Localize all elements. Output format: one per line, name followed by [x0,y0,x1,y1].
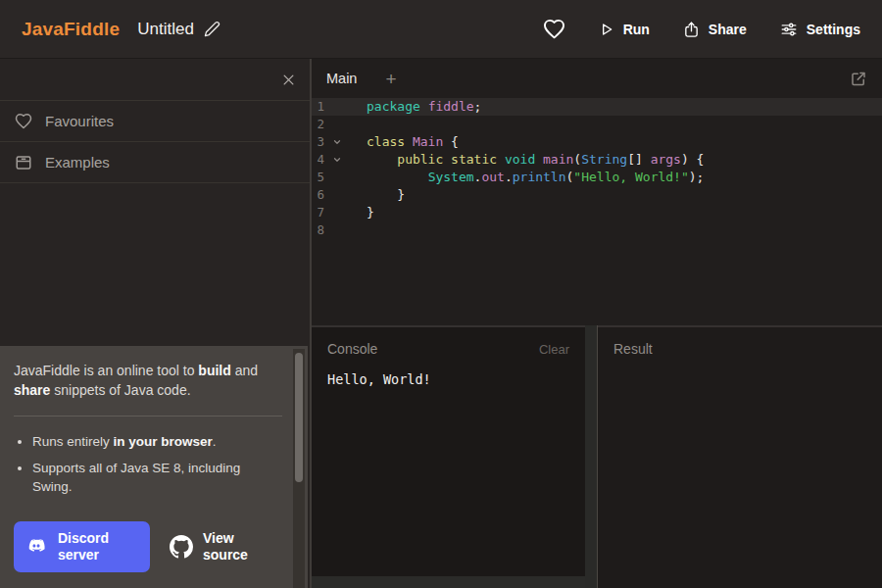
run-label: Run [623,22,650,37]
code-text: class Main { [367,133,459,151]
share-button[interactable]: Share [683,21,747,38]
about-scrollbar-thumb[interactable] [295,353,303,482]
line-number: 2 [312,116,324,133]
fold-spacer [330,169,344,186]
about-panel: JavaFiddle is an online tool to build an… [0,346,308,588]
code-line[interactable]: 8 [312,221,882,239]
code-line[interactable]: 4 public static void main(String[] args)… [312,151,882,169]
console-clear-button[interactable]: Clear [539,342,569,357]
console-title: Console [327,341,377,357]
code-text: System.out.println("Hello, World!"); [367,169,704,186]
header: JavaFiddle Untitled Run Share Settings [0,0,882,59]
about-scrollbar-track[interactable] [293,349,305,588]
code-line[interactable]: 3class Main { [312,133,882,151]
code-line[interactable]: 7} [312,204,882,221]
discord-icon [25,538,47,556]
result-header: Result [598,327,882,357]
view-source-label: View source [203,530,248,564]
line-number: 4 [312,151,324,169]
discord-server-button[interactable]: Discord server [14,521,150,572]
code-text: } [367,204,374,221]
brand-logo[interactable]: JavaFiddle [22,19,120,40]
archive-box-icon [15,154,32,172]
sidebar-close-row [0,59,310,101]
tab-main[interactable]: Main [326,71,357,86]
view-source-button[interactable]: View source [170,530,260,564]
share-icon [683,21,700,38]
settings-button[interactable]: Settings [780,21,860,38]
favourite-heart-icon[interactable] [543,19,565,39]
result-title: Result [613,341,653,357]
code-line[interactable]: 6 } [312,186,882,204]
discord-button-label: Discord server [58,530,109,564]
favourites-label: Favourites [45,113,114,129]
fold-spacer [330,98,344,116]
fold-spacer [330,116,344,133]
javafiddle-app: JavaFiddle Untitled Run Share Settings [0,0,882,588]
github-icon [170,535,193,559]
result-panel: Result [598,325,882,588]
about-bullet: Supports all of Java SE 8, including Swi… [32,460,282,497]
code-text: package fiddle; [367,98,481,116]
editor-tabbar: Main + [312,59,882,98]
code-line[interactable]: 1package fiddle; [312,98,882,116]
fold-spacer [330,221,344,239]
code-line[interactable]: 2 [312,116,882,133]
sidebar: Favourites Examples JavaFiddle is an onl… [0,59,310,588]
code-editor[interactable]: 1package fiddle;23class Main {4 public s… [312,98,882,239]
open-external-icon[interactable] [850,70,867,87]
close-sidebar-icon[interactable] [281,73,296,87]
line-number: 1 [312,98,324,116]
about-buttons: Discord server View source [14,521,282,576]
editor-panel: Main + 1package fiddle;23class Main {4 p… [312,59,882,325]
edit-title-icon[interactable] [204,21,220,37]
code-text: public static void main(String[] args) { [367,151,704,169]
line-number: 5 [312,169,324,186]
examples-label: Examples [45,154,110,171]
fold-spacer [330,186,344,204]
sidebar-item-favourites[interactable]: Favourites [0,101,310,142]
code-line[interactable]: 5 System.out.println("Hello, World!"); [312,169,882,186]
fold-spacer [330,204,344,221]
line-number: 7 [312,204,324,221]
fold-chevron-icon[interactable] [330,151,344,169]
about-divider [14,416,282,416]
document-title[interactable]: Untitled [137,20,194,39]
header-actions: Run Share Settings [543,19,860,39]
heart-icon [15,113,32,129]
fold-chevron-icon[interactable] [330,133,344,151]
settings-sliders-icon [780,21,798,38]
console-output: Hello, World! [327,371,569,389]
new-tab-button[interactable]: + [385,70,396,88]
settings-label: Settings [807,22,860,37]
about-bullet: Runs entirely in your browser. [32,433,282,452]
console-header: Console Clear [312,327,585,357]
share-label: Share [709,22,747,37]
console-result-splitter[interactable] [585,325,598,588]
console-panel: Console Clear Hello, World! [312,325,585,576]
line-number: 6 [312,186,324,204]
about-bullet-list: Runs entirely in your browser.Supports a… [20,433,282,507]
code-text: } [367,186,405,204]
play-icon [599,22,614,37]
about-intro: JavaFiddle is an online tool to build an… [14,361,282,401]
run-button[interactable]: Run [599,22,650,37]
line-number: 8 [312,221,324,239]
console-horizontal-splitter[interactable] [312,576,585,588]
line-number: 3 [312,133,324,151]
sidebar-item-examples[interactable]: Examples [0,142,310,183]
